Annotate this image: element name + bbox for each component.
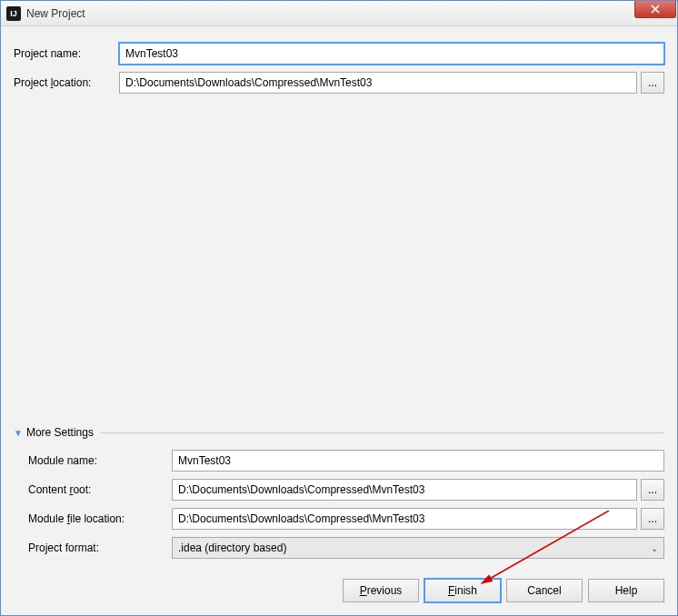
finish-button[interactable]: Finish: [424, 579, 501, 602]
module-file-input[interactable]: [172, 508, 637, 530]
module-name-label: Module name:: [28, 454, 172, 467]
dialog-content: Project name: Project location: ... ▼ Mo…: [1, 26, 677, 615]
project-location-label: Project location:: [14, 76, 119, 89]
project-format-select[interactable]: .idea (directory based) ⌄: [172, 537, 664, 559]
more-settings-body: Module name: Content root: ... Module fi…: [14, 450, 664, 566]
project-location-row: Project location: ...: [14, 72, 664, 94]
more-settings-toggle[interactable]: ▼ More Settings: [14, 426, 664, 439]
separator: [101, 432, 664, 433]
previous-button[interactable]: Previous: [343, 579, 419, 602]
close-button[interactable]: [634, 0, 676, 18]
button-bar: Previous Finish Cancel Help: [14, 579, 664, 602]
help-button[interactable]: Help: [588, 579, 664, 602]
content-root-label: Content root:: [28, 483, 172, 496]
project-name-label: Project name:: [14, 47, 119, 60]
more-settings-label: More Settings: [26, 426, 94, 439]
chevron-down-icon: ⌄: [651, 543, 658, 553]
content-root-browse-button[interactable]: ...: [641, 479, 664, 501]
project-location-input[interactable]: [119, 72, 637, 94]
content-root-input[interactable]: [172, 479, 637, 501]
cancel-button[interactable]: Cancel: [506, 579, 583, 602]
project-name-input[interactable]: [119, 43, 664, 65]
module-file-label: Module file location:: [28, 512, 172, 525]
module-file-row: Module file location: ...: [28, 508, 664, 530]
module-name-row: Module name:: [28, 450, 664, 472]
project-name-row: Project name:: [14, 43, 664, 65]
content-root-row: Content root: ...: [28, 479, 664, 501]
project-format-label: Project format:: [28, 541, 172, 554]
titlebar: IJ New Project: [1, 1, 677, 26]
module-name-input[interactable]: [172, 450, 664, 472]
close-icon: [651, 5, 660, 14]
window-title: New Project: [26, 7, 85, 20]
module-file-browse-button[interactable]: ...: [641, 508, 664, 530]
chevron-down-icon: ▼: [14, 428, 23, 438]
project-format-value: .idea (directory based): [178, 541, 286, 554]
spacer: [14, 101, 664, 426]
app-icon: IJ: [6, 6, 21, 21]
project-location-browse-button[interactable]: ...: [641, 72, 664, 94]
project-format-row: Project format: .idea (directory based) …: [28, 537, 664, 559]
